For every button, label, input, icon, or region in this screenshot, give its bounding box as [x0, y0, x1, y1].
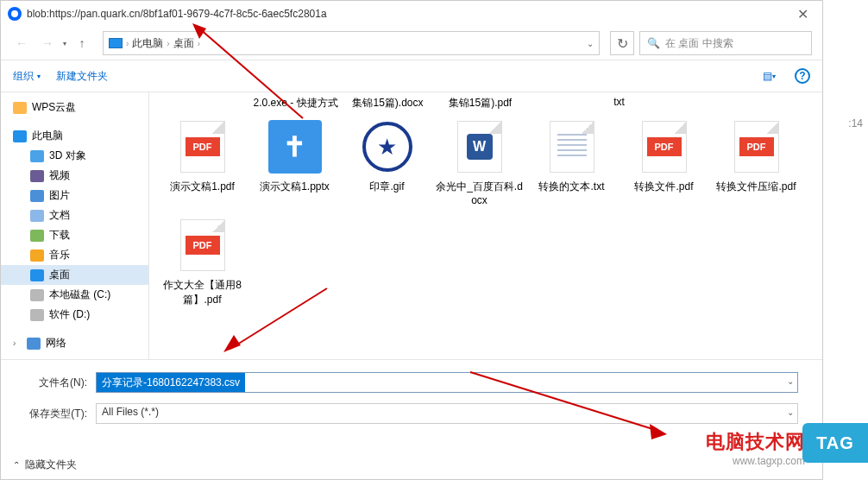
window-title: blob:https://pan.quark.cn/8bf1af01-9679-…: [27, 8, 327, 20]
file-item[interactable]: PDF转换文件压缩.pdf: [710, 114, 802, 212]
forward-button: →: [37, 33, 58, 54]
file-icon: ★: [360, 119, 415, 174]
watermark-url: www.tagxp.com: [706, 455, 805, 467]
nav-bar: ← → ▾ ↑ › 此电脑 › 桌面 › ⌄ ↻ 🔍 在 桌面 中搜索: [1, 27, 822, 60]
refresh-button[interactable]: ↻: [610, 31, 634, 55]
file-item[interactable]: W余光中_百度百科.docx: [433, 114, 525, 212]
desktop-icon: [30, 269, 44, 281]
file-name: 余光中_百度百科.docx: [435, 180, 524, 207]
file-name: 作文大全【通用8篇】.pdf: [158, 278, 247, 306]
watermark: 电脑技术网 www.tagxp.com: [706, 429, 805, 467]
watermark-text: 电脑技术网: [706, 429, 805, 455]
save-dialog: blob:https://pan.quark.cn/8bf1af01-9679-…: [0, 0, 823, 480]
chevron-right-icon: ›: [126, 39, 129, 48]
quark-icon: [8, 7, 22, 21]
titlebar: blob:https://pan.quark.cn/8bf1af01-9679-…: [1, 1, 822, 27]
file-list[interactable]: 2.0.exe - 快捷方式 集锦15篇).docx 集锦15篇).pdf tx…: [149, 92, 822, 359]
view-options-button[interactable]: ▤ ▾: [758, 66, 779, 86]
breadcrumb[interactable]: › 此电脑 › 桌面 › ⌄: [103, 31, 600, 55]
file-icon: ✝: [267, 119, 323, 174]
svg-marker-5: [650, 424, 667, 439]
disk-icon: [30, 289, 44, 301]
pc-icon: [109, 38, 123, 48]
file-icon: PDF: [175, 119, 230, 174]
file-name: 转换文件.pdf: [634, 180, 693, 193]
close-button[interactable]: ✕: [790, 4, 815, 24]
chevron-right-icon: ›: [13, 338, 22, 348]
file-item[interactable]: ✝演示文稿1.pptx: [248, 114, 341, 212]
file-name: 演示文稿1.pdf: [170, 180, 235, 193]
file-item-trunc[interactable]: txt: [573, 96, 665, 111]
file-name: 转换文件压缩.pdf: [716, 180, 796, 193]
file-item-trunc[interactable]: 2.0.exe - 快捷方式: [249, 96, 342, 111]
chevron-down-icon[interactable]: ⌄: [787, 376, 794, 386]
file-item[interactable]: 转换的文本.txt: [525, 114, 618, 212]
tag-badge: TAG: [802, 423, 868, 463]
music-icon: [30, 249, 44, 262]
sidebar-pc[interactable]: 此电脑: [1, 126, 148, 146]
sidebar-download[interactable]: 下载: [1, 225, 148, 245]
breadcrumb-leaf[interactable]: 桌面: [173, 36, 194, 51]
sidebar-music[interactable]: 音乐: [1, 245, 148, 265]
chevron-down-icon[interactable]: ⌄: [787, 407, 794, 417]
sidebar-network[interactable]: ›网络: [1, 333, 148, 353]
network-icon: [27, 338, 41, 350]
search-input[interactable]: 🔍 在 桌面 中搜索: [639, 31, 812, 55]
file-icon: W: [452, 119, 507, 174]
toolbar: 组织 ▾ 新建文件夹 ▤ ▾ ?: [1, 60, 822, 92]
file-icon: PDF: [729, 119, 784, 174]
sidebar-disk-c[interactable]: 本地磁盘 (C:): [1, 285, 148, 305]
cube-icon: [30, 150, 44, 162]
filetype-label: 保存类型(T):: [25, 407, 87, 421]
file-item-trunc[interactable]: 集锦15篇).docx: [342, 96, 434, 111]
chevron-up-icon[interactable]: ⌃: [13, 460, 20, 470]
side-timestamp: :14: [848, 117, 863, 129]
organize-menu[interactable]: 组织 ▾: [13, 69, 41, 84]
download-icon: [30, 230, 44, 242]
save-form: 文件名(N): 分享记录-1680162247383.csv ⌄ 保存类型(T)…: [1, 359, 822, 424]
back-button[interactable]: ←: [11, 33, 32, 54]
breadcrumb-expand[interactable]: ⌄: [587, 39, 594, 48]
sidebar-desktop[interactable]: 桌面: [1, 265, 148, 285]
wps-icon: [13, 102, 27, 114]
filetype-select[interactable]: All Files (*.*) ⌄: [96, 403, 798, 424]
file-icon: PDF: [637, 119, 692, 174]
breadcrumb-root[interactable]: 此电脑: [132, 36, 163, 51]
sidebar-docs[interactable]: 文档: [1, 205, 148, 225]
footer: ⌃ 隐藏文件夹: [13, 458, 77, 472]
new-folder-button[interactable]: 新建文件夹: [56, 69, 108, 84]
up-button[interactable]: ↑: [72, 33, 92, 54]
sidebar: WPS云盘 此电脑 3D 对象 视频 图片 文档 下载 音乐 桌面 本地磁盘 (…: [1, 92, 149, 359]
hide-folders-link[interactable]: 隐藏文件夹: [25, 458, 77, 472]
file-icon: [544, 119, 600, 174]
filename-label: 文件名(N):: [25, 376, 87, 390]
file-item[interactable]: PDF转换文件.pdf: [618, 114, 710, 212]
filename-value: 分享记录-1680162247383.csv: [97, 373, 245, 392]
file-icon: PDF: [175, 218, 230, 273]
sidebar-video[interactable]: 视频: [1, 166, 148, 186]
file-name: 印章.gif: [369, 180, 404, 193]
search-icon: 🔍: [647, 37, 660, 49]
file-item[interactable]: ★印章.gif: [341, 114, 433, 212]
pc-icon: [13, 130, 27, 142]
file-item[interactable]: PDF作文大全【通用8篇】.pdf: [156, 212, 248, 311]
sidebar-3d[interactable]: 3D 对象: [1, 146, 148, 166]
sidebar-wps[interactable]: WPS云盘: [1, 98, 148, 117]
file-name: 演示文稿1.pptx: [260, 180, 330, 193]
chevron-right-icon: ›: [167, 39, 169, 48]
sidebar-images[interactable]: 图片: [1, 186, 148, 205]
video-icon: [30, 170, 44, 182]
file-item[interactable]: PDF演示文稿1.pdf: [156, 114, 248, 212]
sidebar-disk-d[interactable]: 软件 (D:): [1, 305, 148, 325]
help-button[interactable]: ?: [795, 68, 810, 84]
filename-input[interactable]: 分享记录-1680162247383.csv ⌄: [96, 372, 798, 393]
file-name: 转换的文本.txt: [538, 180, 604, 193]
image-icon: [30, 190, 44, 202]
search-placeholder: 在 桌面 中搜索: [665, 36, 733, 51]
file-item-trunc[interactable]: 集锦15篇).pdf: [434, 96, 526, 111]
history-dropdown[interactable]: ▾: [63, 40, 66, 47]
chevron-right-icon: ›: [198, 39, 200, 48]
disk-icon: [30, 309, 44, 321]
doc-icon: [30, 210, 44, 222]
